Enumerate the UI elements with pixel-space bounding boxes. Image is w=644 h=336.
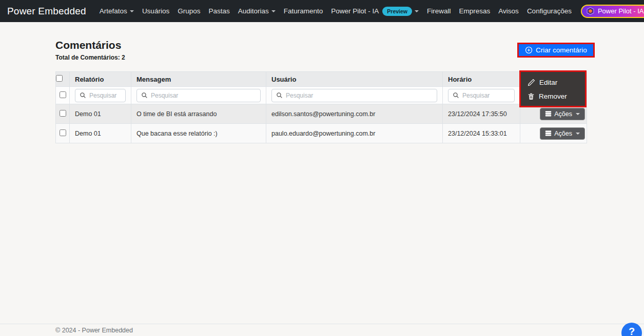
nav-item-artefatos[interactable]: Artefatos — [95, 7, 138, 15]
dropdown-item-label: Editar — [539, 79, 557, 86]
top-navbar: Power Embedded Artefatos Usuários Grupos… — [0, 0, 644, 22]
server-icon — [545, 110, 552, 117]
help-question-mark: ? — [629, 326, 635, 336]
filter-usuario — [271, 89, 437, 102]
nav-item-label: Grupos — [178, 7, 200, 15]
nav-item-label: Pastas — [208, 7, 229, 15]
nav-item-label: Firewall — [427, 7, 451, 15]
column-header-horario[interactable]: Horário — [443, 72, 520, 87]
nav-item-empresas[interactable]: Empresas — [455, 7, 495, 15]
nav-links: Artefatos Usuários Grupos Pastas Auditor… — [95, 7, 576, 16]
server-icon — [545, 130, 552, 137]
row-actions-button[interactable]: Ações — [540, 127, 585, 140]
row-checkbox[interactable] — [60, 129, 66, 136]
nav-item-label: Usuários — [142, 7, 169, 15]
nav-item-label: Avisos — [498, 7, 519, 15]
chevron-down-icon — [130, 10, 134, 12]
cell-relatorio: Demo 01 — [70, 104, 131, 124]
row-checkbox[interactable] — [60, 110, 66, 117]
nav-item-label: Faturamento — [284, 7, 323, 15]
table-filter-row — [56, 87, 587, 104]
column-header-usuario[interactable]: Usuário — [266, 72, 443, 87]
column-header-mensagem[interactable]: Mensagem — [131, 72, 266, 87]
copyright-text: © 2024 - Power Embedded — [55, 327, 133, 334]
nav-item-usuarios[interactable]: Usuários — [138, 7, 173, 15]
search-icon — [141, 92, 148, 99]
table-header-row: Relatório Mensagem Usuário Horário — [56, 72, 587, 87]
filter-relatorio — [75, 89, 126, 102]
actions-label: Ações — [554, 130, 572, 137]
search-icon — [80, 92, 86, 99]
cell-mensagem: O time de BI está arrasando — [131, 104, 266, 124]
chevron-down-icon — [415, 10, 419, 12]
dropdown-item-remover[interactable]: Remover — [528, 89, 585, 103]
search-icon — [453, 92, 459, 99]
select-all-checkbox[interactable] — [56, 75, 63, 82]
filter-horario — [448, 89, 515, 102]
nav-item-label: Auditorias — [238, 7, 269, 15]
cell-horario: 23/12/2024 15:33:01 — [443, 124, 520, 143]
cell-relatorio: Demo 01 — [70, 124, 131, 143]
cell-usuario: paulo.eduardo@powertuning.com.br — [266, 124, 443, 143]
nav-item-label: Empresas — [459, 7, 491, 15]
row-actions-button[interactable]: Ações — [540, 108, 585, 120]
create-button-annotation: Criar comentário — [517, 43, 595, 58]
nav-item-faturamento[interactable]: Faturamento — [280, 7, 327, 15]
footer: © 2024 - Power Embedded — [0, 324, 644, 336]
power-pilot-pill-button[interactable]: Power Pilot - IA Preview — [581, 5, 644, 18]
nav-item-grupos[interactable]: Grupos — [173, 7, 204, 15]
preview-badge: Preview — [382, 7, 412, 16]
nav-item-label: Power Pilot - IA — [331, 7, 379, 15]
power-pilot-hexagon-icon — [586, 7, 595, 15]
cell-horario: 23/12/2024 17:35:50 — [443, 104, 520, 124]
nav-item-firewall[interactable]: Firewall — [423, 7, 455, 15]
filter-usuario-input[interactable] — [286, 92, 433, 99]
search-icon — [276, 92, 283, 99]
trash-icon — [528, 93, 535, 100]
comments-table: Relatório Mensagem Usuário Horário — [55, 71, 587, 143]
nav-item-label: Artefatos — [100, 7, 127, 15]
filter-mensagem — [136, 89, 261, 102]
nav-item-label: Configurações — [527, 7, 572, 15]
dropdown-item-editar[interactable]: Editar — [528, 76, 585, 89]
nav-item-power-pilot-ia[interactable]: Power Pilot - IAPreview — [327, 7, 423, 16]
nav-item-pastas[interactable]: Pastas — [204, 7, 233, 15]
chevron-down-icon — [271, 10, 276, 12]
cell-mensagem: Que bacana esse relatório :) — [131, 124, 266, 143]
comments-table-container: Relatório Mensagem Usuário Horário — [55, 71, 587, 143]
plus-circle-icon — [525, 46, 533, 54]
filter-row-checkbox[interactable] — [60, 91, 66, 98]
actions-dropdown-menu: Editar Remover — [521, 72, 585, 106]
filter-horario-input[interactable] — [462, 92, 510, 99]
pilot-pill-label: Power Pilot - IA — [598, 7, 644, 15]
page-title: Comentários — [55, 39, 121, 51]
table-row: Demo 01 O time de BI está arrasando edil… — [56, 104, 587, 124]
brand-logo[interactable]: Power Embedded — [7, 6, 86, 17]
nav-item-auditorias[interactable]: Auditorias — [234, 7, 280, 15]
actions-dropdown-annotation: Editar Remover — [519, 70, 587, 107]
table-row: Demo 01 Que bacana esse relatório :) pau… — [56, 124, 587, 143]
comments-total: Total de Comentários: 2 — [55, 54, 125, 61]
filter-relatorio-input[interactable] — [89, 92, 121, 99]
pencil-icon — [528, 79, 535, 86]
cell-usuario: edilson.santos@powertuning.com.br — [266, 104, 443, 124]
chevron-down-icon — [576, 133, 580, 135]
dropdown-item-label: Remover — [539, 92, 567, 100]
create-comment-button[interactable]: Criar comentário — [519, 44, 593, 56]
actions-label: Ações — [554, 110, 572, 118]
column-header-relatorio[interactable]: Relatório — [70, 72, 131, 87]
create-comment-label: Criar comentário — [536, 46, 587, 54]
nav-item-configuracoes[interactable]: Configurações — [523, 7, 576, 15]
chevron-down-icon — [576, 113, 580, 115]
nav-item-avisos[interactable]: Avisos — [494, 7, 523, 15]
filter-mensagem-input[interactable] — [151, 92, 256, 99]
